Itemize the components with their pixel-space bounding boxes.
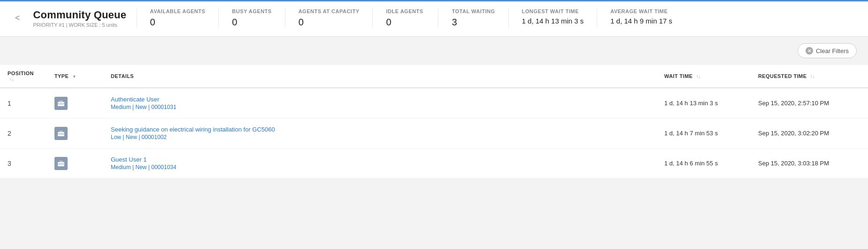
wait-time-cell: 1 d, 14 h 7 min 53 s (657, 118, 751, 148)
stat-label: BUSY AGENTS (232, 8, 271, 14)
stat-label: IDLE AGENTS (386, 8, 425, 14)
sort-icon: ▼ (72, 74, 77, 79)
requested-time-cell: Sep 15, 2020, 3:02:20 PM (751, 118, 868, 148)
detail-sub: Medium | New | 00001034 (111, 164, 649, 171)
stat-label: AVERAGE WAIT TIME (610, 8, 672, 14)
stat-label: AVAILABLE AGENTS (150, 8, 206, 14)
stat-value: 0 (232, 17, 271, 28)
stat-block: AVAILABLE AGENTS0 (137, 8, 219, 28)
position-cell: 2 (0, 118, 47, 148)
type-cell (47, 118, 103, 148)
queue-table: POSITION ↑↓TYPE ▼DETAILSWAIT TIME ↑↓REQU… (0, 65, 868, 179)
table-header-type[interactable]: TYPE ▼ (47, 65, 103, 88)
detail-sub: Medium | New | 00001031 (111, 104, 649, 110)
type-icon (54, 127, 68, 140)
stat-label: AGENTS AT CAPACITY (299, 8, 360, 14)
stat-block: AVERAGE WAIT TIME1 d, 14 h 9 min 17 s (597, 8, 685, 28)
table-header-wait-time[interactable]: WAIT TIME ↑↓ (657, 65, 751, 88)
type-cell (47, 88, 103, 118)
type-icon (54, 97, 68, 110)
wait-time-cell: 1 d, 14 h 6 min 55 s (657, 148, 751, 179)
stat-value: 0 (299, 17, 360, 28)
stat-value: 0 (386, 17, 425, 28)
clear-filters-label: Clear Filters (816, 47, 849, 54)
detail-title-link[interactable]: Guest User 1 (111, 156, 649, 163)
stat-value: 3 (452, 17, 495, 28)
sort-icon: ↑↓ (696, 74, 701, 79)
table-header-position[interactable]: POSITION ↑↓ (0, 65, 47, 88)
stat-label: LONGEST WAIT TIME (522, 8, 584, 14)
stat-block: BUSY AGENTS0 (218, 8, 284, 28)
detail-title-link[interactable]: Authenticate User (111, 96, 649, 103)
stat-block: TOTAL WAITING3 (438, 8, 508, 28)
table-header-requested-time[interactable]: REQUESTED TIME ↑↓ (751, 65, 868, 88)
table-row: 1 Authenticate UserMedium | New | 000010… (0, 88, 868, 118)
clear-filters-icon: ✕ (806, 47, 813, 54)
stat-value: 0 (150, 17, 206, 28)
details-cell: Guest User 1Medium | New | 00001034 (103, 148, 657, 179)
stat-block: LONGEST WAIT TIME1 d, 14 h 13 min 3 s (508, 8, 597, 28)
clear-filters-button[interactable]: ✕ Clear Filters (798, 43, 857, 58)
requested-time-cell: Sep 15, 2020, 3:03:18 PM (751, 148, 868, 179)
queue-subtitle: PRIORITY #1 | WORK SIZE : 5 units (33, 22, 127, 28)
type-icon (54, 157, 68, 170)
details-cell: Seeking guidance on electrical wiring in… (103, 118, 657, 148)
stat-value: 1 d, 14 h 13 min 3 s (522, 17, 584, 25)
queue-table-section: POSITION ↑↓TYPE ▼DETAILSWAIT TIME ↑↓REQU… (0, 65, 868, 179)
stats-container: AVAILABLE AGENTS0BUSY AGENTS0AGENTS AT C… (137, 8, 857, 28)
table-row: 2 Seeking guidance on electrical wiring … (0, 118, 868, 148)
wait-time-cell: 1 d, 14 h 13 min 3 s (657, 88, 751, 118)
table-row: 3 Guest User 1Medium | New | 000010341 d… (0, 148, 868, 179)
queue-title: Community Queue (33, 9, 127, 21)
stat-block: AGENTS AT CAPACITY0 (285, 8, 373, 28)
requested-time-cell: Sep 15, 2020, 2:57:10 PM (751, 88, 868, 118)
sort-icon: ↑↓ (810, 74, 815, 79)
stat-label: TOTAL WAITING (452, 8, 495, 14)
type-cell (47, 148, 103, 179)
position-cell: 1 (0, 88, 47, 118)
stat-block: IDLE AGENTS0 (372, 8, 438, 28)
position-cell: 3 (0, 148, 47, 179)
back-button[interactable]: < (11, 11, 24, 25)
detail-title-link[interactable]: Seeking guidance on electrical wiring in… (111, 126, 649, 133)
stat-value: 1 d, 14 h 9 min 17 s (610, 17, 672, 25)
detail-sub: Low | New | 00001002 (111, 134, 649, 140)
toolbar: ✕ Clear Filters (0, 37, 868, 65)
details-cell: Authenticate UserMedium | New | 00001031 (103, 88, 657, 118)
sort-icon: ↑↓ (9, 77, 14, 82)
table-header-details: DETAILS (103, 65, 657, 88)
